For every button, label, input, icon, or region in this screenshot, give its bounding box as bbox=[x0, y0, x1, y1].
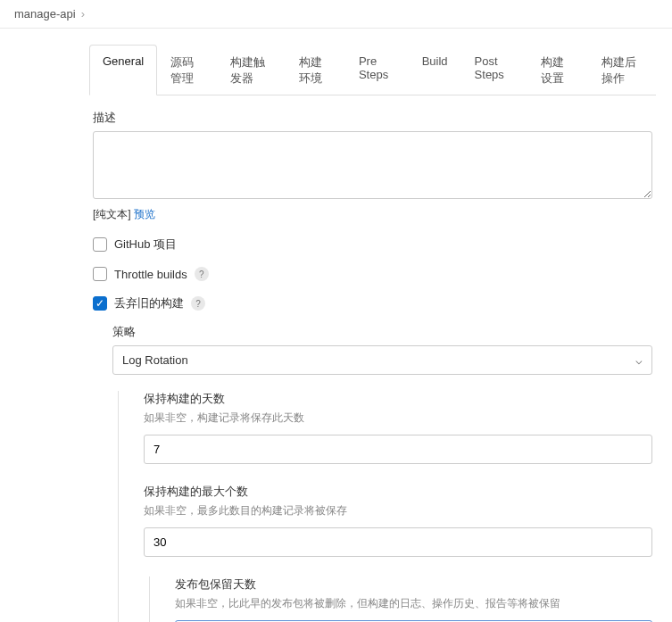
days-keep-help: 如果非空，构建记录将保存此天数 bbox=[144, 411, 652, 426]
tab-bar: General 源码管理 构建触发器 构建环境 Pre Steps Build … bbox=[89, 45, 656, 95]
chevron-right-icon: › bbox=[81, 7, 85, 21]
breadcrumb-item[interactable]: manage-api bbox=[14, 7, 76, 21]
max-keep-help: 如果非空，最多此数目的构建记录将被保存 bbox=[144, 503, 652, 518]
max-keep-input[interactable] bbox=[144, 527, 652, 557]
help-icon[interactable]: ? bbox=[191, 296, 205, 311]
tab-build[interactable]: Build bbox=[409, 45, 461, 95]
artifact-days-label: 发布包保留天数 bbox=[175, 576, 652, 593]
discard-old-checkbox[interactable] bbox=[93, 296, 107, 311]
max-keep-label: 保持构建的最大个数 bbox=[144, 484, 652, 500]
breadcrumb: manage-api › bbox=[0, 0, 672, 29]
github-checkbox[interactable] bbox=[93, 237, 107, 252]
tab-settings[interactable]: 构建设置 bbox=[527, 45, 587, 95]
tab-env[interactable]: 构建环境 bbox=[286, 45, 345, 95]
description-textarea[interactable] bbox=[93, 131, 652, 199]
throttle-checkbox[interactable] bbox=[93, 267, 107, 281]
strategy-select[interactable]: Log Rotation ⌵ bbox=[112, 345, 652, 375]
tab-triggers[interactable]: 构建触发器 bbox=[217, 45, 285, 95]
tab-post-steps[interactable]: Post Steps bbox=[461, 45, 528, 95]
discard-old-label: 丢弃旧的构建 bbox=[114, 295, 184, 311]
help-icon[interactable]: ? bbox=[195, 267, 209, 281]
strategy-label: 策略 bbox=[112, 324, 652, 340]
days-keep-label: 保持构建的天数 bbox=[144, 391, 652, 407]
preview-link[interactable]: 预览 bbox=[134, 208, 155, 220]
github-label: GitHub 项目 bbox=[114, 236, 177, 253]
plaintext-row: [纯文本] 预览 bbox=[93, 207, 652, 222]
throttle-label: Throttle builds bbox=[114, 268, 187, 281]
chevron-down-icon: ⌵ bbox=[635, 353, 643, 367]
plaintext-prefix: [纯文本] bbox=[93, 208, 134, 220]
artifact-days-help: 如果非空，比此早的发布包将被删除，但构建的日志、操作历史、报告等将被保留 bbox=[175, 596, 652, 611]
tab-general[interactable]: General bbox=[89, 45, 157, 95]
description-label: 描述 bbox=[93, 110, 652, 126]
days-keep-input[interactable] bbox=[144, 435, 652, 464]
strategy-value: Log Rotation bbox=[122, 353, 188, 367]
tab-scm[interactable]: 源码管理 bbox=[157, 45, 217, 95]
tab-pre-steps[interactable]: Pre Steps bbox=[345, 45, 409, 95]
tab-postbuild[interactable]: 构建后操作 bbox=[588, 45, 656, 95]
